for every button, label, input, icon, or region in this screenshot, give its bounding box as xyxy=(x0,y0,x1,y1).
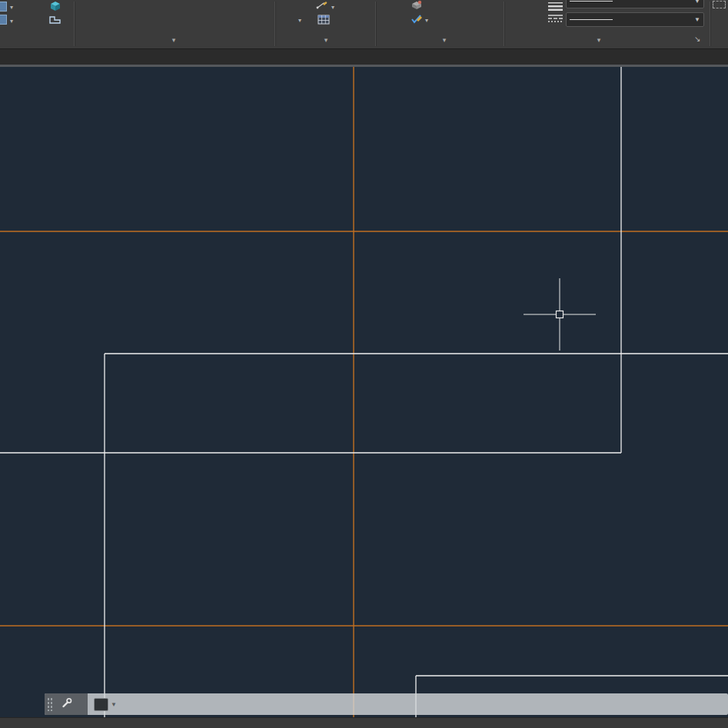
leader-icon[interactable] xyxy=(315,1,328,12)
drawing-area-top-edge xyxy=(0,65,728,67)
array-button[interactable]: ▾ xyxy=(10,15,13,25)
fillet-button[interactable]: ▾ xyxy=(10,2,13,11)
linetype-preview xyxy=(570,1,613,2)
extrude-cube-icon[interactable] xyxy=(48,0,62,14)
array-icon[interactable] xyxy=(48,14,62,27)
chevron-down-icon[interactable]: ▾ xyxy=(10,4,13,11)
edit-attributes-icon[interactable] xyxy=(411,13,423,25)
chevron-down-icon[interactable]: ▾ xyxy=(331,4,334,11)
customize-wrench-icon[interactable] xyxy=(61,697,72,712)
group-icon[interactable] xyxy=(713,1,726,8)
drag-handle-icon[interactable] xyxy=(47,697,53,711)
chevron-down-icon[interactable]: ▼ xyxy=(694,16,700,23)
crosshair-cursor xyxy=(524,278,596,351)
construction-xlines xyxy=(0,67,728,717)
layer-properties-button[interactable] xyxy=(74,4,118,14)
block-panel-label[interactable]: ▾ xyxy=(414,35,475,45)
command-line-bar[interactable]: ▼ xyxy=(45,693,728,715)
text-button[interactable]: ▾ xyxy=(281,5,318,25)
table-icon[interactable] xyxy=(317,15,331,27)
panel-separator xyxy=(274,2,276,46)
leader-button[interactable]: ▾ xyxy=(331,2,334,11)
autocad-window: ▾ ▾ ▾ ▾ xyxy=(0,0,728,728)
properties-dialog-launcher-icon[interactable]: ↘ xyxy=(694,35,700,43)
chevron-down-icon[interactable]: ▾ xyxy=(10,18,13,25)
layers-panel-label[interactable]: ▾ xyxy=(143,35,204,45)
panel-separator xyxy=(504,2,505,46)
color-linetype-dropdown[interactable]: ▼ xyxy=(566,0,704,8)
status-bar-strip xyxy=(0,717,728,728)
panel-separator xyxy=(375,2,377,46)
linetype-icon[interactable] xyxy=(547,14,563,25)
ribbon-gap xyxy=(0,48,728,65)
edit-attributes-button[interactable]: ▾ xyxy=(425,15,428,24)
lineweight-preview xyxy=(570,19,613,20)
clipped-modify-icon[interactable] xyxy=(0,15,7,25)
groups-panel-label[interactable] xyxy=(711,35,728,45)
properties-panel-label[interactable]: ▾ xyxy=(568,35,630,45)
command-bar-grip[interactable] xyxy=(45,693,88,715)
lineweight-icon[interactable] xyxy=(547,2,563,12)
command-prompt-icon[interactable] xyxy=(94,698,108,711)
chevron-down-icon[interactable]: ▼ xyxy=(694,0,700,5)
chevron-down-icon[interactable]: ▾ xyxy=(298,17,301,24)
block-edit-icon[interactable] xyxy=(411,0,423,12)
lineweight-dropdown[interactable]: ▼ xyxy=(566,12,704,27)
image-frames xyxy=(0,67,728,717)
chevron-down-icon[interactable]: ▼ xyxy=(111,701,117,708)
match-properties-button[interactable] xyxy=(507,4,552,14)
chevron-down-icon[interactable]: ▾ xyxy=(425,17,428,24)
clipped-modify-icon[interactable] xyxy=(0,2,7,12)
drawing-canvas[interactable] xyxy=(0,67,728,717)
ribbon: ▾ ▾ ▾ ▾ xyxy=(0,0,728,48)
annotation-panel-label[interactable]: ▾ xyxy=(295,35,357,45)
